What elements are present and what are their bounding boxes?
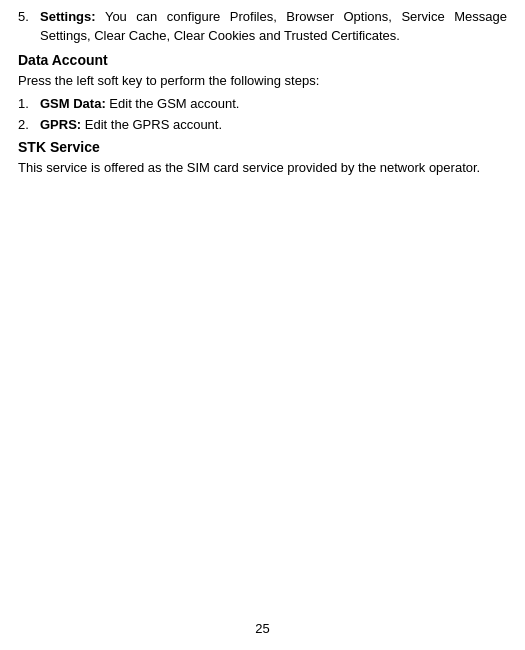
item5-label: Settings: bbox=[40, 9, 96, 24]
stk-service-heading: STK Service bbox=[18, 139, 507, 155]
sublist-content-1: GSM Data: Edit the GSM account. bbox=[40, 95, 239, 114]
list-item-5: 5. Settings: You can configure Profiles,… bbox=[18, 8, 507, 46]
stk-service-text: This service is offered as the SIM card … bbox=[18, 159, 507, 178]
data-account-heading: Data Account bbox=[18, 52, 507, 68]
data-account-intro: Press the left soft key to perform the f… bbox=[18, 72, 507, 91]
item5-text: You can configure Profiles, Browser Opti… bbox=[40, 9, 507, 43]
page-number: 25 bbox=[255, 621, 269, 636]
sublist-item-1: 1. GSM Data: Edit the GSM account. bbox=[18, 95, 507, 114]
sublist-number-2: 2. bbox=[18, 116, 40, 135]
page-container: 5. Settings: You can configure Profiles,… bbox=[0, 0, 525, 650]
sublist-content-2: GPRS: Edit the GPRS account. bbox=[40, 116, 222, 135]
sublist-number-1: 1. bbox=[18, 95, 40, 114]
sublist-label-1: GSM Data: bbox=[40, 96, 106, 111]
list-number-5: 5. bbox=[18, 8, 40, 46]
sublist-text-2: Edit the GPRS account. bbox=[81, 117, 222, 132]
sublist-text-1: Edit the GSM account. bbox=[106, 96, 240, 111]
data-account-sublist: 1. GSM Data: Edit the GSM account. 2. GP… bbox=[18, 95, 507, 136]
sublist-label-2: GPRS: bbox=[40, 117, 81, 132]
sublist-item-2: 2. GPRS: Edit the GPRS account. bbox=[18, 116, 507, 135]
list-content-5: Settings: You can configure Profiles, Br… bbox=[40, 8, 507, 46]
